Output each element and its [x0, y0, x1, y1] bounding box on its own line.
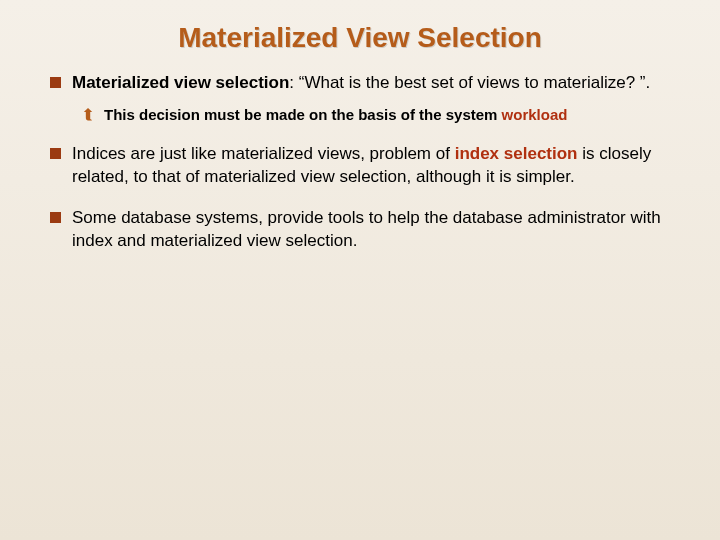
sub-text: This decision must be made on the basis … — [104, 106, 502, 123]
bullet-text: Some database systems, provide tools to … — [72, 208, 661, 250]
highlight-text: index selection — [455, 144, 578, 163]
highlight-text: workload — [502, 106, 568, 123]
bullet-text: Indices are just like materialized views… — [72, 144, 455, 163]
list-item: Some database systems, provide tools to … — [46, 207, 680, 253]
bullet-lead: Materialized view selection — [72, 73, 289, 92]
list-item: Materialized view selection: “What is th… — [46, 72, 680, 125]
slide-title: Materialized View Selection — [40, 20, 680, 54]
bullet-text: : “What is the best set of views to mate… — [289, 73, 650, 92]
sub-list: This decision must be made on the basis … — [82, 105, 680, 125]
bullet-list: Materialized view selection: “What is th… — [46, 72, 680, 253]
slide: Materialized View Selection Materialized… — [0, 0, 720, 540]
list-item: This decision must be made on the basis … — [82, 105, 680, 125]
list-item: Indices are just like materialized views… — [46, 143, 680, 189]
